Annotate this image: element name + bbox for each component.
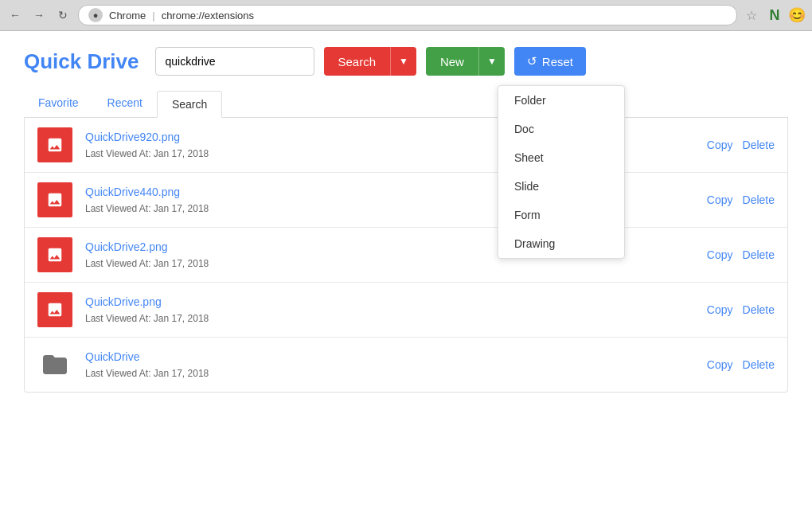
file-date: Last Viewed At: Jan 17, 2018 [85, 203, 209, 214]
list-item: QuickDrive440.png Last Viewed At: Jan 17… [25, 173, 787, 228]
header-row: Quick Drive Search ▼ New ▼ ↺ Reset [24, 47, 788, 76]
list-item: QuickDrive2.png Last Viewed At: Jan 17, … [25, 228, 787, 283]
back-button[interactable]: ← [6, 6, 24, 24]
address-bar[interactable]: ● Chrome | chrome://extensions [78, 5, 737, 25]
dropdown-item-doc[interactable]: Doc [498, 115, 624, 143]
file-date: Last Viewed At: Jan 17, 2018 [85, 368, 209, 379]
browser-chrome: ← → ↻ ● Chrome | chrome://extensions ☆ N… [0, 0, 812, 31]
file-type-icon [37, 182, 72, 217]
app-title: Quick Drive [24, 49, 139, 74]
file-info: QuickDrive Last Viewed At: Jan 17, 2018 [85, 350, 694, 380]
browser-titlebar: ← → ↻ ● Chrome | chrome://extensions ☆ N… [0, 0, 812, 30]
copy-button[interactable]: Copy [707, 248, 733, 261]
file-name[interactable]: QuickDrive [85, 350, 694, 363]
file-date: Last Viewed At: Jan 17, 2018 [85, 258, 209, 269]
reset-icon: ↺ [527, 54, 537, 68]
file-list: QuickDrive920.png Last Viewed At: Jan 17… [24, 118, 788, 393]
delete-button[interactable]: Delete [743, 358, 775, 371]
file-actions: Copy Delete [707, 303, 775, 316]
address-separator: | [152, 10, 154, 21]
file-actions: Copy Delete [707, 358, 775, 371]
search-input[interactable] [155, 47, 314, 76]
reset-button[interactable]: ↺ Reset [514, 47, 586, 76]
browser-label: Chrome [109, 10, 146, 21]
dropdown-item-sheet[interactable]: Sheet [498, 143, 624, 172]
dropdown-item-form[interactable]: Form [498, 201, 624, 229]
dropdown-item-folder[interactable]: Folder [498, 86, 624, 115]
search-main-button[interactable]: Search [324, 47, 391, 76]
address-url: chrome://extensions [162, 10, 254, 21]
search-dropdown-button[interactable]: ▼ [390, 47, 416, 76]
file-name[interactable]: QuickDrive.png [85, 295, 694, 308]
forward-button[interactable]: → [30, 6, 48, 24]
new-main-button[interactable]: New [426, 47, 478, 76]
new-button-group: New ▼ [426, 47, 505, 76]
copy-button[interactable]: Copy [707, 139, 733, 151]
file-actions: Copy Delete [707, 248, 775, 261]
new-dropdown-button[interactable]: ▼ [478, 47, 505, 76]
delete-button[interactable]: Delete [743, 248, 775, 261]
neovim-extension-icon[interactable]: N [766, 6, 783, 24]
dropdown-item-drawing[interactable]: Drawing [498, 229, 624, 258]
search-button-group: Search ▼ [324, 47, 416, 76]
extension-icons: N 😊 [766, 6, 806, 24]
file-date: Last Viewed At: Jan 17, 2018 [85, 313, 209, 324]
file-type-icon [37, 127, 72, 162]
browser-favicon: ● [88, 8, 103, 22]
reload-button[interactable]: ↻ [54, 6, 72, 24]
list-item: QuickDrive920.png Last Viewed At: Jan 17… [25, 118, 787, 173]
file-type-icon [37, 347, 72, 382]
list-item: QuickDrive.png Last Viewed At: Jan 17, 2… [25, 283, 787, 338]
file-date: Last Viewed At: Jan 17, 2018 [85, 148, 209, 159]
delete-button[interactable]: Delete [743, 193, 775, 206]
reset-label: Reset [542, 55, 573, 68]
tab-favorite[interactable]: Favorite [24, 90, 93, 117]
tabs-row: Favorite Recent Search [24, 90, 788, 118]
tab-recent[interactable]: Recent [93, 90, 157, 117]
copy-button[interactable]: Copy [707, 303, 733, 316]
file-type-icon [37, 292, 72, 327]
new-dropdown-menu: FolderDocSheetSlideFormDrawing [498, 85, 625, 259]
file-info: QuickDrive.png Last Viewed At: Jan 17, 2… [85, 295, 694, 325]
dropdown-item-slide[interactable]: Slide [498, 172, 624, 201]
list-item: QuickDrive Last Viewed At: Jan 17, 2018 … [25, 338, 787, 392]
emoji-extension-icon[interactable]: 😊 [788, 6, 806, 24]
delete-button[interactable]: Delete [743, 139, 775, 151]
app-content: Quick Drive Search ▼ New ▼ ↺ Reset Folde… [0, 31, 812, 508]
file-type-icon [37, 237, 72, 272]
tab-search[interactable]: Search [157, 91, 222, 118]
file-actions: Copy Delete [707, 193, 775, 206]
bookmark-button[interactable]: ☆ [744, 7, 759, 23]
copy-button[interactable]: Copy [707, 358, 733, 371]
delete-button[interactable]: Delete [743, 303, 775, 316]
file-actions: Copy Delete [707, 139, 775, 151]
copy-button[interactable]: Copy [707, 193, 733, 206]
